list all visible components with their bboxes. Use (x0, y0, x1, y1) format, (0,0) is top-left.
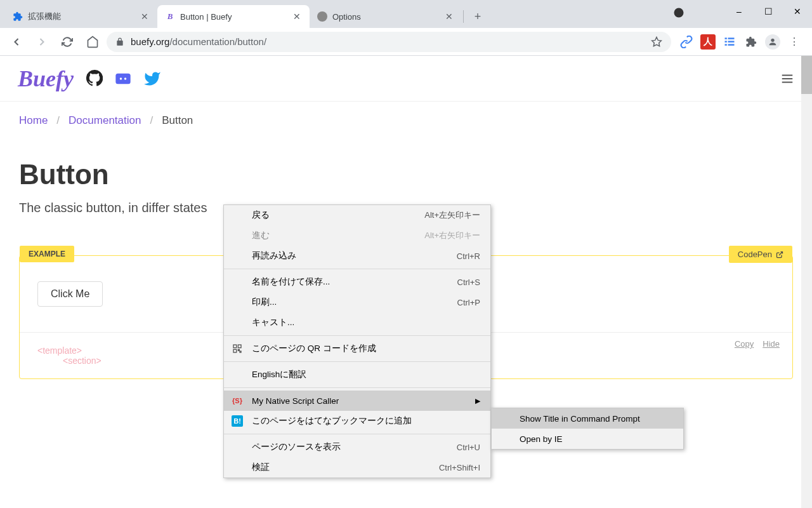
ctx-native-script-caller[interactable]: {S} My Native Script Caller ▶ (224, 391, 490, 411)
close-icon[interactable]: ✕ (292, 11, 302, 22)
browser-tab-bar: 拡張機能 ✕ B Button | Buefy ✕ Options ✕ + – … (0, 0, 812, 28)
ctx-show-title[interactable]: Show Title in Command Prompt (492, 408, 683, 429)
script-icon: {S} (232, 395, 243, 406)
github-icon[interactable] (86, 70, 103, 88)
lock-icon (115, 37, 124, 46)
ctx-save-as[interactable]: 名前を付けて保存... Ctrl+S (224, 272, 490, 292)
discord-icon[interactable] (114, 70, 132, 88)
buefy-favicon: B (165, 11, 175, 22)
svg-rect-4 (725, 41, 727, 43)
list-icon[interactable] (722, 34, 737, 50)
close-window-button[interactable]: ✕ (783, 0, 812, 23)
svg-rect-15 (233, 345, 237, 348)
maximize-button[interactable]: ☐ (754, 0, 783, 23)
ctx-hatena-bookmark[interactable]: B! このページをはてなブックマークに追加 (224, 411, 490, 431)
demo-button[interactable]: Click Me (37, 281, 103, 307)
tab-title: 拡張機能 (28, 11, 134, 22)
example-label: EXAMPLE (20, 246, 74, 262)
ctx-cast[interactable]: キャスト... (224, 312, 490, 333)
svg-point-10 (120, 77, 122, 80)
social-links (86, 70, 161, 88)
svg-point-8 (771, 38, 774, 41)
browser-tab[interactable]: 拡張機能 ✕ (5, 5, 157, 28)
breadcrumb-sep: / (56, 114, 60, 127)
svg-rect-5 (728, 41, 735, 43)
ctx-qr-code[interactable]: このページの QR コードを作成 (224, 338, 490, 359)
svg-rect-16 (238, 345, 241, 348)
svg-rect-7 (728, 44, 735, 46)
url-field[interactable]: buefy.org/documentation/button/ (107, 32, 671, 52)
profile-icon[interactable] (765, 34, 780, 50)
menu-icon[interactable]: ⋮ (787, 34, 802, 50)
svg-rect-17 (233, 349, 237, 352)
pdf-icon[interactable]: 人 (700, 34, 716, 50)
tab-title: Button | Buefy (180, 12, 287, 22)
scroll-thumb[interactable] (801, 56, 812, 94)
context-submenu: Show Title in Command Prompt Open by IE (491, 408, 684, 450)
buefy-logo[interactable]: Buefy (18, 65, 74, 92)
ctx-print[interactable]: 印刷... Ctrl+P (224, 292, 490, 312)
close-icon[interactable]: ✕ (444, 11, 454, 22)
svg-rect-2 (725, 37, 727, 39)
ctx-translate[interactable]: Englishに翻訳 (224, 364, 490, 385)
extensions-icon[interactable] (743, 34, 759, 50)
url-host: buefy.org/documentation/button/ (131, 36, 266, 47)
close-icon[interactable]: ✕ (140, 11, 150, 22)
breadcrumb-sep: / (150, 114, 153, 127)
external-link-icon (776, 251, 783, 258)
puzzle-icon (13, 11, 23, 22)
new-tab-button[interactable]: + (469, 8, 487, 25)
address-bar: buefy.org/documentation/button/ 人 ⋮ (0, 28, 812, 56)
ctx-forward[interactable]: 進む Alt+右矢印キー (224, 225, 490, 246)
svg-rect-6 (725, 44, 727, 46)
browser-tab[interactable]: Options ✕ (310, 5, 462, 28)
copy-button[interactable]: Copy (735, 339, 754, 349)
hatena-icon: B! (232, 415, 243, 427)
ctx-inspect[interactable]: 検証 Ctrl+Shift+I (224, 457, 490, 478)
svg-marker-1 (652, 37, 662, 46)
forward-button[interactable] (30, 30, 53, 53)
breadcrumb-home[interactable]: Home (19, 114, 48, 127)
svg-point-0 (674, 8, 684, 18)
breadcrumb: Home / Documentation / Button (19, 114, 793, 127)
context-menu: 戻る Alt+左矢印キー 進む Alt+右矢印キー 再読み込み Ctrl+R 名… (223, 204, 491, 478)
page-subtitle: The classic button, in differ states (19, 198, 247, 217)
breadcrumb-docs[interactable]: Documentation (69, 114, 141, 127)
globe-icon (317, 11, 327, 22)
clip-icon[interactable] (679, 34, 694, 50)
chevron-right-icon: ▶ (475, 397, 480, 405)
home-button[interactable] (81, 30, 104, 53)
svg-rect-9 (115, 73, 130, 83)
codepen-label-text: CodePen (738, 250, 772, 259)
shield-icon[interactable] (672, 6, 685, 19)
ctx-separator (224, 361, 490, 362)
svg-point-11 (124, 77, 127, 80)
hide-button[interactable]: Hide (763, 339, 780, 349)
ctx-back[interactable]: 戻る Alt+左矢印キー (224, 205, 490, 225)
bookmark-star-icon[interactable] (651, 36, 662, 48)
page-title: Button (19, 159, 793, 190)
breadcrumb-current: Button (162, 114, 193, 127)
ctx-separator (224, 335, 490, 336)
twitter-icon[interactable] (143, 70, 161, 88)
site-header: Buefy (0, 56, 812, 102)
ctx-view-source[interactable]: ページのソースを表示 Ctrl+U (224, 437, 490, 457)
qr-icon (232, 343, 243, 354)
reload-button[interactable] (56, 30, 79, 53)
hamburger-menu-icon[interactable] (780, 72, 794, 86)
window-controls: – ☐ ✕ (724, 0, 812, 23)
svg-rect-19 (240, 351, 241, 352)
scrollbar[interactable] (801, 56, 812, 508)
ctx-separator (224, 269, 490, 269)
codepen-button[interactable]: CodePen (729, 246, 792, 263)
svg-rect-18 (238, 349, 239, 351)
ctx-reload[interactable]: 再読み込み Ctrl+R (224, 246, 490, 266)
ctx-separator (224, 434, 490, 434)
ctx-separator (224, 387, 490, 388)
minimize-button[interactable]: – (724, 0, 754, 23)
tab-separator (463, 10, 464, 23)
ctx-open-ie[interactable]: Open by IE (492, 429, 683, 449)
browser-tab-active[interactable]: B Button | Buefy ✕ (157, 5, 310, 28)
back-button[interactable] (5, 30, 28, 53)
svg-rect-3 (728, 37, 735, 39)
